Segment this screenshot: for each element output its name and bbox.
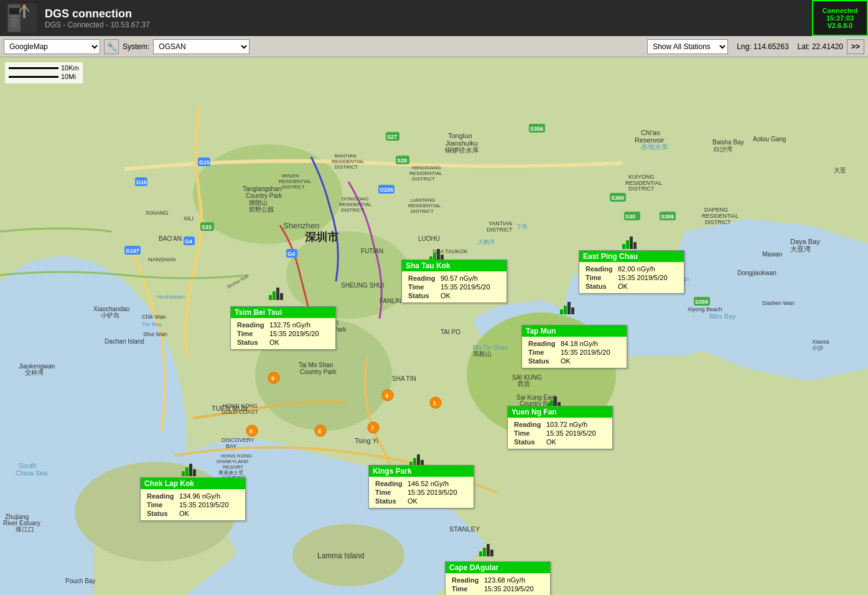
svg-text:下角: 下角	[516, 223, 528, 230]
svg-text:HENGGANG: HENGGANG	[412, 165, 441, 171]
svg-text:深圳市: 深圳市	[305, 230, 339, 243]
svg-text:China Sea: China Sea	[16, 469, 48, 477]
svg-text:Shenzhen: Shenzhen	[283, 221, 320, 230]
stations-filter-select[interactable]: Show All Stations Show Active Stations	[647, 39, 728, 54]
svg-text:Shui Wan: Shui Wan	[143, 331, 167, 337]
svg-text:Mawan: Mawan	[762, 251, 782, 258]
station-popup-yuen-ng-fan[interactable]: Yuen Ng Fan Reading 103.72 nGy/h Time 15…	[507, 406, 613, 449]
station-name-cape-daguiar: Cape DAgular	[446, 562, 550, 573]
svg-text:塘朗山: 塘朗山	[248, 199, 268, 206]
svg-rect-127	[529, 124, 545, 133]
app-logo	[6, 2, 37, 34]
svg-text:赤坳水库: 赤坳水库	[641, 143, 668, 151]
svg-text:SHEUNG SHUI: SHEUNG SHUI	[341, 282, 384, 289]
svg-text:O205: O205	[380, 187, 393, 193]
svg-point-10	[23, 4, 26, 7]
svg-point-93	[315, 425, 326, 436]
svg-text:Tongluo: Tongluo	[448, 132, 472, 139]
svg-text:Dashen Wan: Dashen Wan	[762, 300, 795, 306]
svg-rect-129	[610, 193, 626, 202]
svg-text:Daya Bay: Daya Bay	[790, 238, 820, 245]
svg-point-12	[0, 256, 187, 595]
svg-text:BANTIAN: BANTIAN	[335, 153, 357, 159]
svg-point-97	[246, 425, 258, 436]
svg-text:DAPENG: DAPENG	[704, 207, 728, 213]
svg-rect-2	[9, 8, 19, 14]
station-marker-tap-mun[interactable]	[560, 302, 574, 315]
station-marker-cape-daguiar[interactable]	[479, 544, 493, 557]
svg-text:S359: S359	[661, 213, 674, 220]
bar-chart-icon	[269, 288, 283, 300]
settings-button[interactable]: 🔧	[104, 39, 119, 54]
station-marker-east-ping-chau[interactable]	[622, 237, 637, 250]
station-name-tsim-bei-tsui: Tsim Bei Tsui	[231, 307, 335, 318]
nav-forward-button[interactable]: >>	[847, 39, 864, 54]
svg-text:RESIDENTIAL: RESIDENTIAL	[332, 159, 365, 164]
svg-rect-62	[124, 246, 141, 255]
svg-text:BAO'AN: BAO'AN	[159, 235, 182, 242]
svg-text:Binhai Ave: Binhai Ave	[226, 273, 250, 290]
svg-text:River Estuary: River Estuary	[3, 520, 40, 527]
svg-text:S33: S33	[202, 224, 212, 230]
station-popup-chek-lap-kok[interactable]: Chek Lap Kok Reading 134.96 nGy/h Time 1…	[140, 477, 246, 521]
svg-rect-148	[184, 237, 195, 245]
svg-text:Dongjiaokwan: Dongjiaokwan	[737, 269, 777, 276]
svg-text:LUOHU: LUOHU	[418, 235, 440, 242]
svg-rect-60	[198, 157, 210, 166]
svg-text:RESIDENTIAL: RESIDENTIAL	[339, 202, 372, 207]
svg-text:STANLEY: STANLEY	[449, 525, 480, 533]
svg-text:TAI PO: TAI PO	[441, 329, 460, 335]
svg-text:RESIDENTIAL: RESIDENTIAL	[408, 203, 441, 208]
svg-text:Zhujiang: Zhujiang	[5, 513, 29, 520]
svg-text:Tai Mo Shan: Tai Mo Shan	[299, 362, 334, 368]
station-popup-kings-park[interactable]: Kings Park Reading 146.52 nGy/h Time 15:…	[368, 465, 474, 508]
svg-text:Chik Wan: Chik Wan	[142, 314, 166, 320]
station-popup-cape-daguiar[interactable]: Cape DAgular Reading 123.68 nGy/h Time 1…	[445, 561, 551, 595]
title-info: DGS connection DGS - Connected - 10.53.6…	[45, 7, 150, 29]
svg-text:DISTRICT: DISTRICT	[628, 185, 655, 192]
svg-text:Xiaosa: Xiaosa	[812, 339, 829, 345]
svg-marker-13	[0, 306, 249, 595]
svg-text:9: 9	[271, 375, 274, 382]
svg-rect-5	[11, 22, 18, 24]
svg-text:香港迪士尼: 香港迪士尼	[218, 470, 243, 476]
station-marker-chek-lap-kok[interactable]	[182, 464, 196, 477]
station-name-east-ping-chau: East Ping Chau	[579, 251, 684, 262]
svg-text:馬鞍山: 馬鞍山	[472, 350, 492, 357]
svg-text:西贡: 西贡	[518, 380, 530, 387]
svg-point-103	[368, 422, 379, 433]
svg-text:Reservoir: Reservoir	[635, 136, 664, 144]
map-type-select[interactable]: GoogleMap OpenStreetMap	[4, 39, 100, 54]
station-popup-sha-tau-kok[interactable]: Sha Tau Kok Reading 90.57 nGy/h Time 15:…	[401, 260, 507, 303]
svg-text:S356: S356	[530, 126, 543, 132]
station-marker-tsim-bei-tsui[interactable]	[269, 288, 283, 301]
km-scale-bar	[9, 67, 58, 69]
svg-text:DONGXIAO: DONGXIAO	[342, 196, 368, 202]
station-name-yuen-ng-fan: Yuen Ng Fan	[508, 406, 612, 418]
svg-text:大鹏湾: 大鹏湾	[478, 239, 495, 245]
svg-rect-123	[660, 212, 676, 220]
station-popup-tsim-bei-tsui[interactable]: Tsim Bei Tsui Reading 132.75 nGy/h Time …	[230, 306, 336, 350]
station-name-sha-tau-kok: Sha Tau Kok	[402, 260, 506, 271]
bar-chart-icon	[182, 464, 196, 476]
station-popup-tap-mun[interactable]: Tap Mun Reading 84.18 nGy/h Time 15:35 2…	[521, 325, 627, 368]
svg-text:郊野公园: 郊野公园	[249, 206, 274, 213]
system-select[interactable]: OGSAN	[153, 39, 250, 54]
app-title: DGS connection	[45, 7, 150, 21]
svg-point-20	[292, 524, 404, 586]
svg-text:Country Park: Country Park	[246, 192, 282, 199]
svg-text:DISTRICT: DISTRICT	[335, 164, 358, 170]
svg-rect-7	[23, 6, 26, 18]
svg-text:South: South	[19, 462, 37, 469]
map-container[interactable]: 深圳市 Shenzhen Tanglangshan Country Park 塘…	[0, 57, 868, 595]
svg-text:G4: G4	[185, 238, 192, 245]
svg-point-21	[193, 144, 342, 244]
station-popup-east-ping-chau[interactable]: East Ping Chau Reading 82.00 nGy/h Time …	[579, 250, 684, 294]
svg-rect-4	[11, 19, 18, 21]
km-label: 10Km	[61, 64, 79, 72]
svg-rect-142	[378, 185, 394, 194]
svg-text:DISNEYLAND: DISNEYLAND	[217, 459, 248, 464]
svg-text:NANSHAN: NANSHAN	[148, 256, 175, 263]
server-version: V2.6.8.0	[818, 22, 862, 29]
svg-text:Xiaochandao: Xiaochandao	[93, 306, 130, 312]
